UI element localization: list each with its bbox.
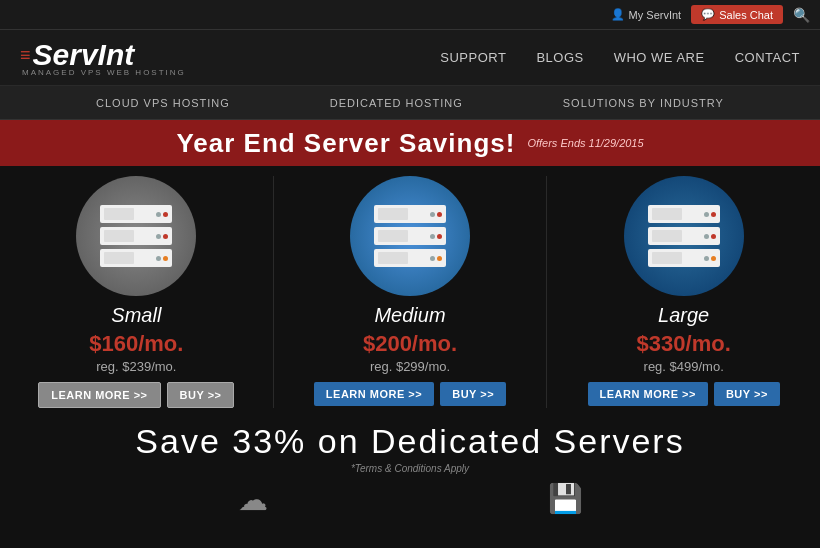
server-unit bbox=[100, 227, 172, 245]
nav-support[interactable]: SUPPORT bbox=[440, 50, 506, 65]
nav-contact[interactable]: CONTACT bbox=[735, 50, 800, 65]
product-large-buy[interactable]: Buy >> bbox=[714, 382, 780, 406]
products-section: Small $160/mo. reg. $239/mo. Learn More … bbox=[0, 166, 820, 414]
server-unit bbox=[100, 205, 172, 223]
chat-icon: 💬 bbox=[701, 8, 715, 21]
server-unit bbox=[100, 249, 172, 267]
subnav-solutions[interactable]: SOLUTIONS BY INDUSTRY bbox=[563, 97, 724, 109]
logo-bars-icon: ≡ bbox=[20, 45, 31, 66]
product-medium-reg: reg. $299/mo. bbox=[370, 359, 450, 374]
subnav-dedicated[interactable]: DEDICATED HOSTING bbox=[330, 97, 463, 109]
product-medium-name: Medium bbox=[374, 304, 445, 327]
product-small-buttons: Learn More >> Buy >> bbox=[38, 382, 234, 408]
sub-nav: CLOUD VPS HOSTING DEDICATED HOSTING SOLU… bbox=[0, 86, 820, 120]
server-unit bbox=[648, 249, 720, 267]
product-large: Large $330/mo. reg. $499/mo. Learn More … bbox=[547, 176, 820, 408]
product-small-price: $160/mo. bbox=[89, 331, 183, 357]
nav-who-we-are[interactable]: WHO WE ARE bbox=[614, 50, 705, 65]
product-small-name: Small bbox=[111, 304, 161, 327]
nav-bar: ≡ ServInt MANAGED VPS WEB HOSTING SUPPOR… bbox=[0, 30, 820, 86]
nav-blogs[interactable]: BLOGS bbox=[536, 50, 583, 65]
product-large-name: Large bbox=[658, 304, 709, 327]
product-small-learn-more[interactable]: Learn More >> bbox=[38, 382, 160, 408]
product-large-reg: reg. $499/mo. bbox=[644, 359, 724, 374]
nav-links: SUPPORT BLOGS WHO WE ARE CONTACT bbox=[440, 50, 800, 65]
product-medium-image bbox=[350, 176, 470, 296]
cloud-icon: ☁ bbox=[238, 482, 268, 517]
server-unit bbox=[374, 227, 446, 245]
banner-title: Year End Server Savings! bbox=[176, 128, 515, 159]
product-medium-buttons: Learn More >> Buy >> bbox=[314, 382, 506, 406]
banner-offers-end: Offers Ends 11/29/2015 bbox=[527, 137, 643, 149]
server-unit bbox=[648, 205, 720, 223]
bottom-section: Save 33% on Dedicated Servers *Terms & C… bbox=[0, 414, 820, 517]
server-unit bbox=[648, 227, 720, 245]
product-medium-buy[interactable]: Buy >> bbox=[440, 382, 506, 406]
product-medium: Medium $200/mo. reg. $299/mo. Learn More… bbox=[274, 176, 548, 408]
sales-chat-label: Sales Chat bbox=[719, 9, 773, 21]
sales-chat-button[interactable]: 💬 Sales Chat bbox=[691, 5, 783, 24]
person-icon: 👤 bbox=[611, 8, 625, 21]
top-bar: 👤 My ServInt 💬 Sales Chat 🔍 bbox=[0, 0, 820, 30]
logo-text: ServInt bbox=[33, 38, 135, 72]
product-large-learn-more[interactable]: Learn More >> bbox=[588, 382, 708, 406]
logo[interactable]: ≡ ServInt MANAGED VPS WEB HOSTING bbox=[20, 38, 186, 77]
hdd-icon-container: 💾 bbox=[548, 482, 583, 517]
my-servint-link[interactable]: 👤 My ServInt bbox=[611, 8, 682, 21]
search-icon[interactable]: 🔍 bbox=[793, 7, 810, 23]
product-small: Small $160/mo. reg. $239/mo. Learn More … bbox=[0, 176, 274, 408]
product-medium-price: $200/mo. bbox=[363, 331, 457, 357]
hdd-icon: 💾 bbox=[548, 482, 583, 515]
bottom-terms: *Terms & Conditions Apply bbox=[0, 463, 820, 474]
product-large-buttons: Learn More >> Buy >> bbox=[588, 382, 780, 406]
product-small-reg: reg. $239/mo. bbox=[96, 359, 176, 374]
subnav-cloud[interactable]: CLOUD VPS HOSTING bbox=[96, 97, 230, 109]
logo-subtitle: MANAGED VPS WEB HOSTING bbox=[22, 68, 186, 77]
product-large-price: $330/mo. bbox=[637, 331, 731, 357]
bottom-title: Save 33% on Dedicated Servers bbox=[0, 422, 820, 461]
bottom-icons: ☁ 💾 bbox=[0, 482, 820, 517]
product-large-image bbox=[624, 176, 744, 296]
product-medium-learn-more[interactable]: Learn More >> bbox=[314, 382, 434, 406]
product-small-image bbox=[76, 176, 196, 296]
cloud-icon-container: ☁ bbox=[238, 482, 268, 517]
product-small-buy[interactable]: Buy >> bbox=[167, 382, 235, 408]
server-unit bbox=[374, 249, 446, 267]
my-servint-label: My ServInt bbox=[629, 9, 682, 21]
promo-banner: Year End Server Savings! Offers Ends 11/… bbox=[0, 120, 820, 166]
server-unit bbox=[374, 205, 446, 223]
